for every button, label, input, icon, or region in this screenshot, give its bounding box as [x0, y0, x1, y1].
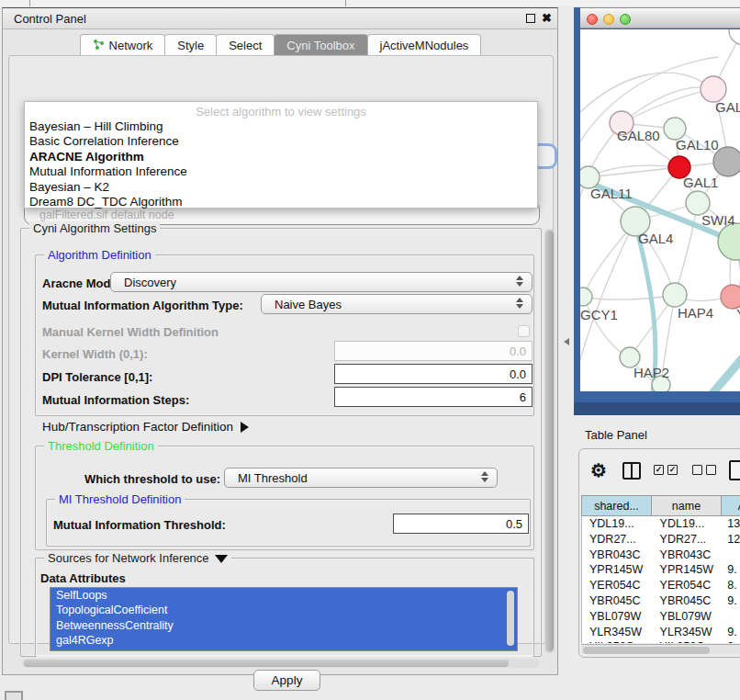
- table-cell: YBL079W: [582, 609, 653, 625]
- settings-vertical-scrollbar[interactable]: [544, 229, 555, 653]
- column-header[interactable]: shared...: [581, 495, 652, 516]
- node-label: GAL11: [590, 186, 633, 201]
- data-attributes-list[interactable]: SelfLoopsTopologicalCoefficientBetweenne…: [50, 587, 518, 651]
- control-panel-tabs: NetworkStyleSelectCyni ToolboxjActiveMNo…: [3, 34, 557, 56]
- table-row[interactable]: YPR145WYPR145W9.: [582, 562, 740, 578]
- select-columns-icon-2[interactable]: ✓: [667, 465, 678, 475]
- dropdown-item[interactable]: Dream8 DC_TDC Algorithm: [25, 195, 537, 209]
- network-node-labels: GALGAL80GAL10GAL1GAL11SWI4GAL4GCY1HAP4YH…: [580, 99, 740, 380]
- dropdown-item[interactable]: Bayesian – Hill Climbing: [25, 119, 537, 134]
- tab-style[interactable]: Style: [164, 34, 217, 56]
- attribute-list-item[interactable]: SelfLoops: [50, 588, 517, 603]
- attribute-list-item[interactable]: BetweennessCentrality: [50, 618, 517, 633]
- table-cell: 8.: [723, 578, 740, 593]
- mi-type-value: Naive Bayes: [262, 298, 342, 311]
- new-table-icon[interactable]: [729, 460, 740, 480]
- node-label: HAP2: [633, 365, 669, 380]
- table-row[interactable]: YLR345WYLR345W9.: [582, 625, 740, 640]
- tab-label: jActiveMNodules: [380, 39, 469, 52]
- table-cell: [723, 548, 740, 563]
- table-cell: YBR043C: [653, 548, 723, 563]
- network-canvas[interactable]: GALGAL80GAL10GAL1GAL11SWI4GAL4GCY1HAP4YH…: [580, 29, 740, 391]
- dropdown-placeholder: Select algorithm to view settings: [25, 102, 537, 119]
- threshold-definition-title: Threshold Definition: [44, 439, 158, 453]
- network-node[interactable]: [729, 29, 740, 45]
- minimized-panel-icon[interactable]: [5, 691, 23, 700]
- network-node[interactable]: [718, 223, 740, 260]
- table-row[interactable]: YBL079WYBL079W: [582, 609, 740, 625]
- zoom-traffic-light-icon[interactable]: [620, 14, 631, 25]
- table-row[interactable]: YIL052CYIL052C9: [582, 639, 740, 643]
- hub-definition-expander[interactable]: Hub/Transcription Factor Definition: [42, 420, 249, 434]
- table-row[interactable]: YDR27...YDR27...12: [582, 532, 740, 548]
- dpi-tolerance-input[interactable]: [334, 364, 533, 384]
- dropdown-item[interactable]: Mutual Information Inference: [25, 164, 537, 179]
- tab-cyni-toolbox[interactable]: Cyni Toolbox: [274, 34, 367, 56]
- dropdown-item[interactable]: ARACNE Algorithm: [25, 150, 537, 164]
- tab-network[interactable]: Network: [80, 34, 166, 56]
- screen: Control Panel ✖ NetworkStyleSelectCyni T…: [0, 0, 740, 700]
- table-row[interactable]: YBR045CYBR045C9.: [582, 593, 740, 609]
- table-horizontal-scrollbar[interactable]: [581, 644, 740, 654]
- algorithm-definition-title: Algorithm Definition: [44, 248, 155, 262]
- kernel-width-label: Kernel Width (0,1):: [42, 347, 148, 361]
- dropdown-item[interactable]: Basic Correlation Inference: [25, 134, 537, 149]
- mi-type-label: Mutual Information Algorithm Type:: [42, 299, 243, 312]
- attribute-list-item[interactable]: TopologicalCoefficient: [50, 603, 517, 617]
- scrollbar-thumb[interactable]: [24, 660, 509, 667]
- split-columns-icon[interactable]: [622, 462, 641, 480]
- network-node-gal[interactable]: [701, 76, 726, 102]
- tab-label: Network: [109, 39, 153, 52]
- control-panel-window: Control Panel ✖ NetworkStyleSelectCyni T…: [2, 7, 558, 675]
- mi-steps-label: Mutual Information Steps:: [42, 393, 189, 407]
- attribute-list-item[interactable]: gal4RGexp: [50, 633, 517, 648]
- table-cell: YDR27...: [653, 532, 723, 548]
- tab-select[interactable]: Select: [216, 34, 275, 56]
- node-label: GAL80: [617, 128, 660, 143]
- minimize-traffic-light-icon[interactable]: [603, 14, 614, 25]
- settings-horizontal-scrollbar[interactable]: [22, 659, 540, 668]
- aracne-mode-combobox[interactable]: Discovery: [110, 272, 533, 292]
- mi-threshold-input[interactable]: [393, 514, 529, 534]
- select-columns-icon[interactable]: ✓: [654, 465, 664, 475]
- table-body[interactable]: YDL19...YDL19...13YDR27...YDR27...12YBR0…: [581, 516, 740, 643]
- unselect-columns-icon[interactable]: [692, 465, 702, 475]
- tab-label: Style: [177, 39, 204, 52]
- column-header[interactable]: name: [651, 495, 722, 516]
- table-cell: 12: [723, 532, 740, 548]
- table-cell: YDR27...: [582, 532, 653, 548]
- gear-icon[interactable]: ⚙: [590, 459, 607, 481]
- kernel-width-input[interactable]: [334, 341, 533, 361]
- network-node-gcy1[interactable]: [580, 288, 592, 306]
- sources-group-title[interactable]: Sources for Network Inference: [44, 551, 231, 565]
- dropdown-item[interactable]: Bayesian – K2: [25, 180, 537, 195]
- list-scrollbar-thumb[interactable]: [507, 591, 514, 646]
- manual-kernel-checkbox[interactable]: [518, 325, 530, 337]
- tab-jactivemnodules[interactable]: jActiveMNodules: [367, 34, 482, 56]
- close-traffic-light-icon[interactable]: [587, 14, 598, 25]
- float-window-icon[interactable]: [526, 14, 535, 23]
- mi-type-combobox[interactable]: Naive Bayes: [261, 294, 533, 314]
- control-panel-titlebar[interactable]: Control Panel ✖: [3, 8, 557, 29]
- table-cell: YPR145W: [582, 562, 653, 578]
- table-row[interactable]: YDL19...YDL19...13: [582, 516, 740, 532]
- close-icon[interactable]: ✖: [542, 11, 552, 25]
- scrollbar-thumb[interactable]: [583, 647, 710, 654]
- table-cell: YER054C: [582, 578, 653, 593]
- scrollbar-thumb[interactable]: [545, 231, 554, 651]
- network-window-titlebar[interactable]: [580, 7, 740, 28]
- table-cell: YBR043C: [582, 548, 653, 563]
- column-header[interactable]: A: [721, 495, 740, 516]
- apply-button[interactable]: Apply: [253, 670, 320, 691]
- table-row[interactable]: YER054CYER054C8.: [582, 578, 740, 593]
- mi-steps-input[interactable]: [334, 387, 533, 407]
- table-row[interactable]: YBR043CYBR043C: [582, 548, 740, 563]
- manual-kernel-label: Manual Kernel Width Definition: [42, 325, 219, 339]
- hub-definition-label: Hub/Transcription Factor Definition: [42, 420, 233, 434]
- network-node-hap4[interactable]: [663, 283, 687, 307]
- which-threshold-combobox[interactable]: MI Threshold: [224, 468, 498, 488]
- spinner-arrows-icon: [481, 471, 488, 482]
- splitter-handle-icon[interactable]: [564, 338, 569, 345]
- table-cell: YBR045C: [582, 593, 653, 609]
- unselect-columns-icon-2[interactable]: [706, 465, 716, 475]
